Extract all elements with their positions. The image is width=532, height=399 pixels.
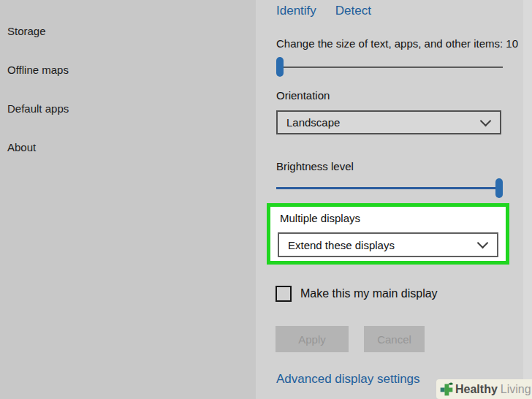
apply-button[interactable]: Apply	[276, 326, 349, 352]
multiple-displays-label: Multiple displays	[280, 212, 360, 224]
brightness-label: Brightness level	[276, 160, 354, 172]
orientation-selected-value: Landscape	[286, 116, 340, 129]
sidebar-item-storage[interactable]: Storage	[7, 25, 46, 37]
display-toolbar: Identify Detect	[276, 4, 371, 18]
window-edge	[523, 0, 532, 399]
main-display-check-row[interactable]: Make this my main display	[276, 286, 438, 302]
brightness-slider-track[interactable]	[276, 187, 500, 189]
multiple-displays-selected-value: Extend these displays	[288, 239, 395, 251]
watermark-brand-light: Living	[501, 383, 531, 396]
chevron-down-icon	[477, 238, 489, 249]
scaling-slider-track[interactable]	[276, 66, 503, 68]
cancel-button[interactable]: Cancel	[364, 326, 425, 352]
main-display-checkbox-label: Make this my main display	[300, 287, 438, 300]
scaling-slider-thumb[interactable]	[276, 57, 284, 77]
sidebar-item-default-apps[interactable]: Default apps	[7, 102, 69, 115]
chevron-down-icon	[480, 115, 492, 126]
sidebar-item-about[interactable]: About	[7, 141, 36, 153]
orientation-label: Orientation	[276, 89, 330, 102]
main-display-checkbox[interactable]	[276, 286, 292, 302]
plus-leaf-icon	[439, 382, 454, 397]
settings-sidebar: Storage Offline maps Default apps About	[0, 0, 256, 399]
advanced-display-settings-link[interactable]: Advanced display settings	[276, 372, 420, 387]
brightness-slider[interactable]	[276, 178, 503, 199]
healthy-living-watermark: Healthy Living	[436, 379, 532, 399]
settings-window: Storage Offline maps Default apps About …	[0, 0, 532, 399]
scaling-slider[interactable]	[276, 57, 503, 77]
multiple-displays-dropdown[interactable]: Extend these displays	[278, 232, 498, 257]
sidebar-item-offline-maps[interactable]: Offline maps	[7, 64, 69, 76]
orientation-dropdown[interactable]: Landscape	[276, 110, 501, 134]
brightness-slider-thumb[interactable]	[495, 178, 503, 198]
scaling-label: Change the size of text, apps, and other…	[276, 37, 523, 50]
identify-link[interactable]: Identify	[276, 4, 316, 18]
watermark-brand-bold: Healthy	[455, 383, 498, 396]
highlight-annotation-box: Multiple displays Extend these displays	[267, 203, 509, 265]
detect-link[interactable]: Detect	[335, 4, 371, 18]
